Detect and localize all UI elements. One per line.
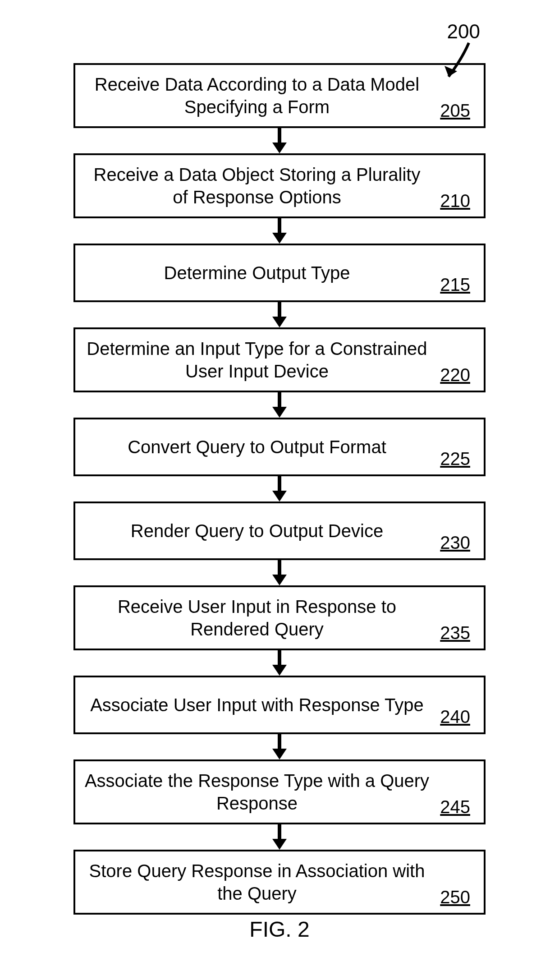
svg-marker-10 <box>272 491 287 502</box>
flow-step-220: Determine an Input Type for a Constraine… <box>73 327 486 392</box>
arrow-down-icon <box>266 734 293 759</box>
flow-step-label: Receive User Input in Response to Render… <box>84 595 430 640</box>
arrow-down-icon <box>266 476 293 502</box>
flow-step-215: Determine Output Type 215 <box>73 244 486 302</box>
flow-step-230: Render Query to Output Device 230 <box>73 502 486 560</box>
flow-step-label: Receive Data According to a Data Model S… <box>84 73 430 118</box>
arrow-down-icon <box>266 824 293 850</box>
svg-marker-12 <box>272 575 287 585</box>
arrow-down-icon <box>266 302 293 327</box>
flow-step-205: Receive Data According to a Data Model S… <box>73 63 486 128</box>
flow-step-number: 205 <box>440 101 470 121</box>
flow-step-number: 215 <box>440 275 470 295</box>
reference-number: 200 <box>447 20 480 43</box>
figure-label-container: FIG. 2 <box>0 917 559 942</box>
page: 200 Receive Data According to a Data Mod… <box>0 0 559 980</box>
flow-step-label: Associate the Response Type with a Query… <box>84 769 430 814</box>
svg-marker-6 <box>272 317 287 327</box>
flowchart: Receive Data According to a Data Model S… <box>73 63 486 915</box>
flow-step-number: 235 <box>440 623 470 643</box>
flow-step-number: 210 <box>440 191 470 211</box>
svg-marker-4 <box>272 233 287 244</box>
flow-step-210: Receive a Data Object Storing a Pluralit… <box>73 153 486 218</box>
svg-marker-16 <box>272 749 287 759</box>
arrow-down-icon <box>266 650 293 676</box>
arrow-down-icon <box>266 392 293 418</box>
flow-step-label: Render Query to Output Device <box>131 520 383 542</box>
arrow-down-icon <box>266 560 293 585</box>
flow-step-number: 250 <box>440 887 470 907</box>
flow-step-label: Associate User Input with Response Type <box>90 694 424 716</box>
flow-step-235: Receive User Input in Response to Render… <box>73 585 486 650</box>
svg-marker-8 <box>272 407 287 418</box>
svg-marker-18 <box>272 839 287 850</box>
flow-step-number: 240 <box>440 707 470 727</box>
flow-step-label: Determine an Input Type for a Constraine… <box>84 337 430 382</box>
flow-step-245: Associate the Response Type with a Query… <box>73 759 486 824</box>
flow-step-number: 230 <box>440 533 470 553</box>
flow-step-label: Receive a Data Object Storing a Pluralit… <box>84 163 430 208</box>
flow-step-number: 220 <box>440 365 470 385</box>
svg-marker-2 <box>272 143 287 153</box>
flow-step-number: 245 <box>440 797 470 817</box>
arrow-down-icon <box>266 218 293 244</box>
flow-step-250: Store Query Response in Association with… <box>73 850 486 915</box>
flow-step-240: Associate User Input with Response Type … <box>73 676 486 734</box>
flow-step-label: Store Query Response in Association with… <box>84 860 430 905</box>
figure-label: FIG. 2 <box>249 917 309 941</box>
flow-step-225: Convert Query to Output Format 225 <box>73 418 486 476</box>
flow-step-number: 225 <box>440 449 470 469</box>
svg-marker-14 <box>272 665 287 676</box>
flow-step-label: Determine Output Type <box>164 262 350 284</box>
flow-step-label: Convert Query to Output Format <box>128 436 386 458</box>
arrow-down-icon <box>266 128 293 153</box>
